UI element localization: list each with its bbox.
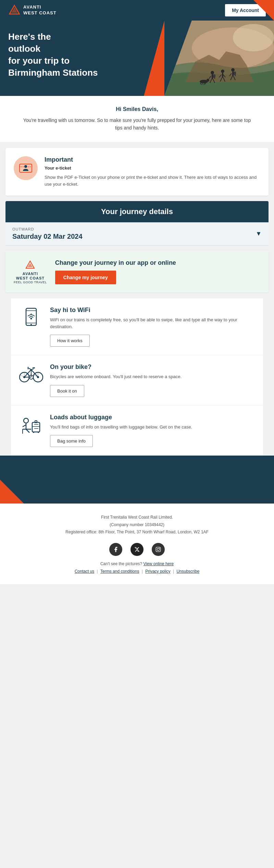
- separator-2: |: [142, 569, 144, 574]
- bike-content: On your bike? Bicycles are welcome onboa…: [50, 363, 182, 397]
- bike-section: On your bike? Bicycles are welcome onboa…: [11, 355, 263, 406]
- wifi-icon-wrap: A: [19, 307, 43, 331]
- logo-area: AVANTI WEST COAST: [8, 4, 57, 16]
- important-body: Show the PDF e-Ticket on your phone or p…: [45, 174, 260, 187]
- hero-image: [164, 21, 274, 96]
- luggage-section: Loads about luggage You'll find bags of …: [11, 406, 263, 456]
- luggage-heading: Loads about luggage: [50, 414, 192, 421]
- avanti-small-logo-icon: [25, 260, 35, 270]
- view-online-link[interactable]: View online here: [144, 561, 174, 566]
- outward-date: Saturday 02 Mar 2024: [12, 233, 83, 240]
- outward-info: OUTWARD Saturday 02 Mar 2024: [12, 227, 83, 240]
- journey-header: Your journey details: [5, 201, 269, 222]
- svg-line-46: [24, 370, 31, 377]
- greeting-section: Hi Smiles Davis, You're travelling with …: [0, 96, 274, 142]
- svg-point-40: [30, 318, 32, 320]
- header: AVANTI WEST COAST My Account: [0, 0, 274, 21]
- avanti-logo-icon: [8, 4, 21, 16]
- svg-line-52: [31, 369, 34, 370]
- change-journey-section: AVANTI WEST COAST FEEL GOOD TRAVEL Chang…: [5, 251, 269, 293]
- svg-point-69: [38, 432, 39, 433]
- instagram-icon[interactable]: [152, 543, 165, 556]
- separator-1: |: [97, 569, 99, 574]
- change-journey-heading: Change your journey in our app or online: [55, 259, 176, 266]
- svg-rect-18: [232, 72, 234, 76]
- outward-section[interactable]: OUTWARD Saturday 02 Mar 2024 ▼: [5, 222, 269, 246]
- svg-line-64: [26, 429, 29, 433]
- footer-corner-decoration: [0, 480, 24, 504]
- bike-button[interactable]: Book it on: [50, 385, 84, 397]
- facebook-icon[interactable]: [109, 543, 122, 556]
- greeting-body: You're travelling with us tomorrow. So t…: [21, 116, 253, 132]
- wifi-heading: Say hi to WiFi: [50, 307, 255, 314]
- svg-line-63: [23, 425, 26, 427]
- luggage-icon-wrap: [19, 414, 43, 438]
- dropdown-arrow-icon[interactable]: ▼: [256, 230, 262, 237]
- greeting-name: Hi Smiles Davis,: [21, 106, 253, 112]
- svg-point-59: [24, 418, 28, 423]
- wifi-button[interactable]: How it works: [50, 335, 90, 347]
- logo-text: AVANTI WEST COAST: [23, 4, 57, 16]
- footer-cant-see-text: Can't see the pictures? View online here: [14, 561, 260, 566]
- luggage-body: You'll find bags of info on travelling w…: [50, 424, 192, 431]
- footer-company-text: First Trenitalia West Coast Rail Limited…: [14, 514, 260, 536]
- svg-rect-12: [222, 73, 223, 78]
- svg-point-39: [30, 324, 32, 325]
- social-icons-group: [14, 543, 260, 556]
- hero-section: Here's the outlook for your trip to Birm…: [0, 21, 274, 96]
- svg-point-33: [24, 165, 27, 168]
- info-sections-wrapper: A Say hi to WiFi WiFi on our trains is c…: [5, 298, 269, 456]
- hero-title: Here's the outlook for your trip to Birm…: [8, 31, 98, 79]
- svg-text:A: A: [30, 313, 32, 316]
- ticket-icon-wrap: [14, 156, 38, 180]
- svg-point-25: [207, 79, 209, 82]
- luggage-button[interactable]: Bag some info: [50, 435, 93, 447]
- hero-image-inner: [164, 21, 274, 96]
- luggage-content: Loads about luggage You'll find bags of …: [50, 414, 192, 447]
- phone-wifi-icon: A: [23, 307, 40, 331]
- svg-rect-23: [234, 72, 236, 75]
- journey-title: Your journey details: [12, 207, 262, 216]
- svg-rect-10: [213, 74, 215, 78]
- luggage-icon: [19, 414, 43, 438]
- outward-label: OUTWARD: [12, 227, 83, 231]
- twitter-x-icon[interactable]: [130, 543, 144, 556]
- avanti-logo-text: AVANTI WEST COAST: [14, 272, 47, 281]
- separator-3: |: [173, 569, 175, 574]
- footer-links: Contact us | Terms and conditions | Priv…: [14, 569, 260, 574]
- bike-icon-wrap: [19, 363, 43, 384]
- bike-heading: On your bike?: [50, 363, 182, 371]
- svg-point-30: [233, 24, 274, 51]
- important-content: Important Your e-ticket Show the PDF e-T…: [45, 156, 260, 188]
- bike-icon: [19, 363, 43, 384]
- change-journey-button[interactable]: Change my journey: [55, 271, 116, 284]
- footer-light: First Trenitalia West Coast Rail Limited…: [0, 504, 274, 584]
- ticket-icon: [18, 161, 33, 176]
- privacy-link[interactable]: Privacy policy: [145, 569, 170, 574]
- important-heading: Important: [45, 156, 260, 163]
- svg-line-50: [29, 368, 31, 370]
- svg-rect-67: [35, 421, 37, 423]
- important-subtitle: Your e-ticket: [45, 165, 260, 172]
- svg-rect-72: [156, 547, 160, 551]
- avanti-logo-small: AVANTI WEST COAST FEEL GOOD TRAVEL: [14, 260, 47, 284]
- svg-point-68: [33, 432, 34, 433]
- svg-point-73: [157, 548, 160, 551]
- unsubscribe-link[interactable]: Unsubscribe: [176, 569, 199, 574]
- svg-point-17: [231, 68, 235, 72]
- hero-landscape-svg: [164, 21, 274, 96]
- hero-orange-divider: [144, 21, 164, 96]
- avanti-tagline: FEEL GOOD TRAVEL: [14, 281, 47, 284]
- terms-link[interactable]: Terms and conditions: [100, 569, 139, 574]
- svg-point-11: [221, 70, 224, 73]
- svg-line-56: [20, 375, 24, 377]
- wifi-section: A Say hi to WiFi WiFi on our trains is c…: [11, 298, 263, 355]
- wifi-body: WiFi on our trains is completely free, s…: [50, 317, 255, 330]
- contact-link[interactable]: Contact us: [75, 569, 94, 574]
- svg-rect-65: [32, 422, 40, 432]
- wifi-content: Say hi to WiFi WiFi on our trains is com…: [50, 307, 255, 347]
- bike-body: Bicycles are welcome onboard. You'll jus…: [50, 373, 182, 380]
- footer-dark: [0, 456, 274, 504]
- svg-point-4: [211, 71, 214, 74]
- svg-line-47: [31, 370, 38, 377]
